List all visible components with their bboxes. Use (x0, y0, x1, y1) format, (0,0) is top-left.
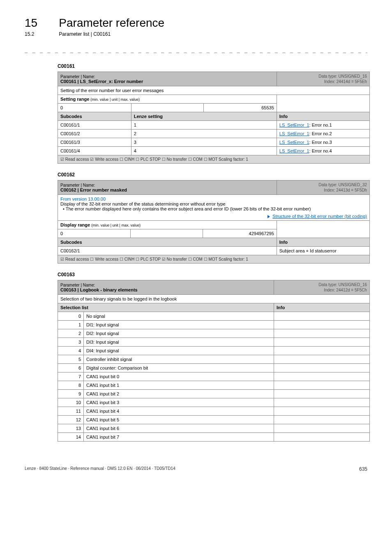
table-row: 7CAN1 input bit 0 (58, 372, 370, 381)
info-empty (274, 416, 370, 424)
info-empty (274, 355, 370, 364)
table-row: C00161/2 2 LS_SetError_1: Error no.2 (58, 130, 370, 138)
error-link[interactable]: LS_SetError_1 (279, 123, 309, 127)
selection-text: CAN1 input bit 3 (84, 398, 274, 407)
table-row: 8CAN1 input bit 1 (58, 381, 370, 390)
setting-range-note: (min. value | unit | max. value) (90, 97, 140, 102)
param-name-value: C00163 | Logbook - binary elements (60, 287, 271, 292)
selection-number: 7 (58, 372, 84, 381)
selection-header-row: Selection list Info (58, 303, 370, 312)
selection-number: 4 (58, 347, 84, 355)
description-row: Selection of two binary signals to be lo… (58, 295, 370, 303)
table-row: 14CAN1 input bit 7 (58, 433, 370, 442)
lenze-column-header: Lenze setting (131, 112, 277, 121)
table-row: 12CAN1 input bit 5 (58, 416, 370, 424)
selection-number: 8 (58, 381, 84, 390)
selection-column-header: Selection list (58, 303, 274, 312)
selection-number: 2 (58, 329, 84, 338)
selection-number: 3 (58, 338, 84, 347)
access-footer-text: ☑ Read access ☐ Write access ☐ CINH ☐ PL… (58, 255, 370, 264)
selection-text: CAN1 input bit 7 (84, 433, 274, 442)
info-empty (274, 372, 370, 381)
version-text: From version 13.00.00 (60, 197, 367, 201)
selection-number: 13 (58, 424, 84, 433)
param-anchor-c00163: C00163 (58, 272, 367, 278)
selection-text: DI4: Input signal (84, 347, 274, 355)
table-row: C00162/1 Subject area + Id statuserror (58, 247, 370, 255)
setting-cell: 4 (131, 147, 277, 155)
param-name-label: Parameter | Name: (60, 74, 274, 79)
chapter-number: 15 (25, 16, 58, 30)
selection-number: 1 (58, 321, 84, 329)
error-link[interactable]: LS_SetError_1 (279, 148, 309, 153)
table-header-row: Parameter | Name: C00161 | LS_SetError_x… (58, 72, 370, 86)
selection-text: CAN1 input bit 2 (84, 390, 274, 398)
subcodes-header-row: Subcodes Info (58, 238, 370, 247)
selection-text: CAN1 input bit 5 (84, 416, 274, 424)
error-link[interactable]: LS_SetError_1 (279, 140, 309, 145)
subcodes-header-row: Subcodes Lenze setting Info (58, 112, 370, 121)
page-footer: Lenze · 8400 StateLine · Reference manua… (25, 466, 367, 472)
info-empty (274, 433, 370, 442)
table-row: 4DI4: Input signal (58, 347, 370, 355)
subcodes-column-header: Subcodes (58, 112, 131, 121)
table-row: 5Controller inhibit signal (58, 355, 370, 364)
selection-text: DI3: Input signal (84, 338, 274, 347)
table-row: 13CAN1 input bit 6 (58, 424, 370, 433)
subcodes-column-header: Subcodes (58, 238, 277, 247)
selection-text: CAN1 input bit 6 (84, 424, 274, 433)
info-empty (274, 338, 370, 347)
selection-text: No signal (84, 312, 274, 321)
error-rest: : Error no.3 (309, 140, 332, 145)
display-range-note: (min. value | unit | max. value) (91, 223, 141, 227)
section-title: Parameter list | C00161 (59, 31, 111, 37)
setting-range-row: Setting range (min. value | unit | max. … (58, 95, 370, 104)
info-empty (274, 390, 370, 398)
data-type-line2: Index: 24412d = 5F5Ch (324, 288, 367, 292)
display-range-label: Display range (60, 222, 90, 227)
selection-number: 9 (58, 390, 84, 398)
table-row: 9CAN1 input bit 2 (58, 390, 370, 398)
table-row: 10CAN1 input bit 3 (58, 398, 370, 407)
page-number: 635 (359, 466, 367, 472)
error-link[interactable]: LS_SetError_1 (279, 131, 309, 136)
table-row: 3DI3: Input signal (58, 338, 370, 347)
info-column-header: Info (274, 303, 370, 312)
structure-link[interactable]: Structure of the 32-bit error number (bi… (272, 214, 367, 219)
access-footer-row: ☑ Read access ☑ Write access ☐ CINH ☐ PL… (58, 155, 370, 164)
subcode-cell: C00161/2 (58, 130, 131, 138)
info-empty (274, 329, 370, 338)
selection-number: 14 (58, 433, 84, 442)
table-c00161: Parameter | Name: C00161 | LS_SetError_x… (58, 72, 370, 164)
info-empty (274, 347, 370, 355)
subcode-cell: C00161/3 (58, 138, 131, 147)
footer-left-text: Lenze · 8400 StateLine · Reference manua… (25, 466, 175, 471)
info-empty (274, 407, 370, 416)
section-header: 15.2 Parameter list | C00161 (25, 31, 367, 37)
selection-number: 12 (58, 416, 84, 424)
param-name-value: C00161 | LS_SetError_x: Error number (60, 79, 274, 84)
data-type-line1: Data type: UNSIGNED_16 (318, 282, 367, 287)
data-type-line2: Index: 24413d = 5F5Dh (324, 188, 367, 192)
table-row: 1DI1: Input signal (58, 321, 370, 329)
info-column-header: Info (277, 112, 369, 121)
bullet-text: • The error number displayed here only c… (60, 206, 367, 211)
max-value: 65535 (204, 104, 277, 112)
table-c00162: Parameter | Name: C00162 | Error number … (58, 180, 370, 264)
table-row: 11CAN1 input bit 4 (58, 407, 370, 416)
selection-number: 6 (58, 364, 84, 372)
selection-number: 0 (58, 312, 84, 321)
param-name-label: Parameter | Name: (60, 183, 274, 187)
info-empty (274, 381, 370, 390)
table-row: C00161/1 1 LS_SetError_1: Error no.1 (58, 121, 370, 130)
description-row: From version 13.00.00 Display of the 32-… (58, 195, 370, 221)
chapter-title: Parameter reference (59, 16, 164, 29)
selection-text: DI1: Input signal (84, 321, 274, 329)
param-name-label: Parameter | Name: (60, 283, 271, 287)
setting-cell: 1 (131, 121, 277, 130)
selection-text: DI2: Input signal (84, 329, 274, 338)
selection-text: CAN1 input bit 4 (84, 407, 274, 416)
setting-cell: 2 (131, 130, 277, 138)
error-rest: : Error no.4 (309, 148, 332, 153)
subcode-cell: C00162/1 (58, 247, 277, 255)
